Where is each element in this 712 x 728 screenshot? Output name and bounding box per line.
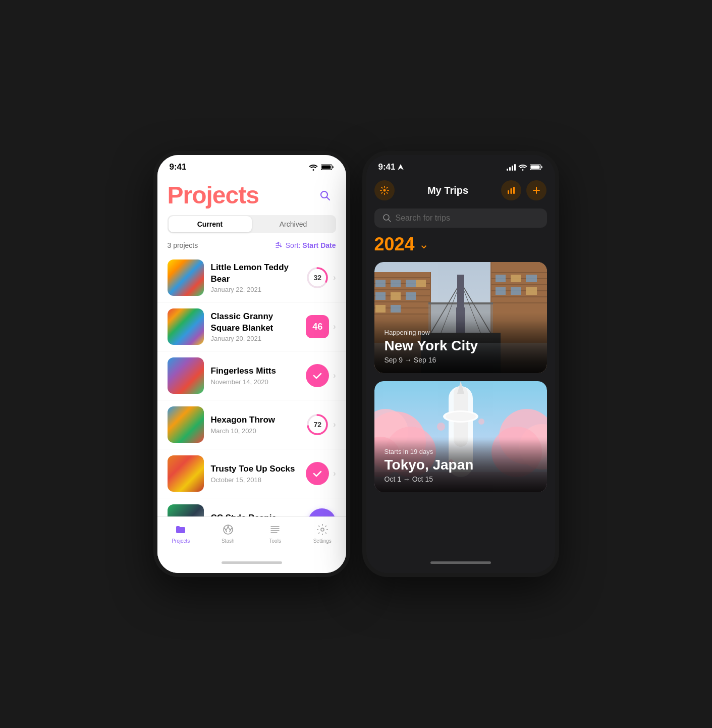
svg-point-75 — [446, 412, 476, 421]
svg-rect-20 — [508, 190, 509, 194]
trip-card-overlay-tokyo: Starts in 19 days Tokyo, Japan Oct 1 → O… — [374, 440, 547, 492]
project-name: CC Style Beanie — [211, 512, 301, 516]
trip-card-tokyo[interactable]: Starts in 19 days Tokyo, Japan Oct 1 → O… — [374, 381, 547, 492]
project-item[interactable]: Little Lemon Teddy Bear January 22, 2021… — [157, 253, 346, 302]
archived-tab[interactable]: Archived — [252, 216, 335, 232]
settings-nav-button[interactable] — [374, 180, 395, 200]
status-icons-right — [507, 164, 543, 171]
status-time-right: 9:41 — [378, 162, 404, 172]
svg-point-19 — [383, 189, 386, 192]
project-date: October 15, 2018 — [211, 476, 299, 484]
project-date: January 22, 2021 — [211, 286, 299, 293]
tab-label-projects: Projects — [172, 538, 190, 544]
projects-meta: 3 projects Sort: Start Date — [157, 239, 346, 253]
project-date: March 10, 2020 — [211, 427, 299, 435]
svg-rect-42 — [391, 292, 401, 300]
project-date: January 20, 2021 — [211, 335, 299, 342]
chevron-down-icon: ⌄ — [419, 237, 429, 251]
svg-point-83 — [437, 423, 445, 431]
svg-rect-43 — [406, 292, 416, 300]
year-selector[interactable]: 2024 ⌄ — [366, 234, 555, 262]
home-indicator-dark — [366, 556, 555, 573]
projects-header: Projects — [157, 175, 346, 209]
projects-count: 3 projects — [168, 241, 198, 249]
progress-number: 32 — [313, 274, 321, 282]
svg-rect-1 — [321, 166, 331, 169]
battery-icon-dark — [530, 164, 543, 171]
trip-card-nyc[interactable]: Happening now New York City Sep 9 → Sep … — [374, 262, 547, 373]
svg-rect-18 — [530, 166, 539, 169]
nav-right-buttons — [501, 180, 546, 200]
sort-button[interactable]: Sort: Start Date — [276, 241, 336, 249]
svg-point-84 — [478, 419, 484, 425]
home-bar-dark — [430, 561, 491, 564]
svg-rect-32 — [374, 289, 430, 290]
project-item[interactable]: CC Style Beanie March 15, 2016 — [157, 498, 346, 516]
svg-rect-40 — [416, 280, 426, 287]
projects-phone: 9:41 Projects — [153, 151, 350, 577]
svg-marker-16 — [398, 164, 404, 170]
project-name: Trusty Toe Up Socks — [211, 463, 299, 475]
svg-rect-52 — [491, 296, 547, 297]
trip-name: New York City — [385, 338, 537, 354]
progress-number: 72 — [313, 421, 321, 429]
tab-tools[interactable]: Tools — [252, 521, 299, 546]
chevron-right-icon: › — [333, 469, 336, 478]
project-thumbnail — [168, 259, 204, 296]
chevron-right-icon: › — [333, 420, 336, 429]
svg-rect-54 — [496, 275, 506, 282]
trip-status: Starts in 19 days — [385, 448, 537, 455]
trip-status: Happening now — [385, 329, 537, 336]
svg-rect-22 — [513, 187, 515, 194]
chevron-right-icon: › — [333, 371, 336, 380]
tab-settings[interactable]: Settings — [299, 521, 346, 546]
add-project-fab[interactable] — [308, 508, 336, 516]
project-info: Classic Granny Square Blanket January 20… — [211, 311, 299, 342]
tab-stash[interactable]: Stash — [204, 521, 252, 546]
svg-rect-37 — [375, 280, 386, 287]
project-thumbnail — [168, 406, 204, 443]
svg-rect-41 — [375, 292, 386, 300]
status-icons-left — [309, 164, 334, 171]
svg-rect-34 — [374, 301, 430, 302]
svg-rect-50 — [491, 284, 547, 285]
project-badge: 32 › — [306, 266, 336, 289]
project-badge: 72 › — [306, 413, 336, 436]
chart-icon — [506, 185, 516, 195]
project-badge — [308, 508, 336, 516]
project-item[interactable]: Classic Granny Square Blanket January 20… — [157, 302, 346, 351]
project-item[interactable]: Fingerless Mitts November 14, 2020 › — [157, 351, 346, 400]
svg-rect-21 — [511, 188, 512, 194]
yarn-icon — [222, 524, 234, 536]
svg-rect-44 — [375, 305, 386, 313]
svg-rect-58 — [511, 287, 521, 295]
trips-phone: 9:41 — [362, 151, 559, 577]
project-info: Trusty Toe Up Socks October 15, 2018 — [211, 463, 299, 483]
stats-button[interactable] — [501, 180, 521, 200]
svg-line-26 — [388, 220, 391, 222]
badge-check — [306, 462, 329, 485]
location-icon — [398, 164, 404, 170]
status-bar-right: 9:41 — [366, 155, 555, 175]
sort-label: Sort: — [286, 241, 301, 249]
project-name: Hexagon Throw — [211, 414, 299, 426]
add-trip-button[interactable] — [526, 180, 546, 200]
tab-projects[interactable]: Projects — [157, 521, 205, 546]
sort-value: Start Date — [302, 241, 336, 249]
status-time-left: 9:41 — [170, 162, 187, 172]
svg-line-3 — [326, 197, 330, 200]
current-tab[interactable]: Current — [169, 216, 252, 232]
svg-rect-57 — [496, 287, 506, 295]
project-item[interactable]: Hexagon Throw March 10, 2020 72 › — [157, 400, 346, 449]
project-item[interactable]: Trusty Toe Up Socks October 15, 2018 › — [157, 449, 346, 498]
search-button[interactable] — [314, 184, 336, 206]
svg-rect-59 — [526, 287, 537, 295]
project-thumbnail — [168, 455, 204, 492]
project-date: November 14, 2020 — [211, 378, 299, 386]
search-bar-trips[interactable]: Search for trips — [374, 209, 547, 228]
tools-icon — [269, 524, 281, 536]
check-icon — [312, 468, 323, 479]
svg-rect-53 — [491, 302, 547, 303]
battery-icon — [321, 164, 334, 171]
home-bar — [222, 561, 282, 564]
